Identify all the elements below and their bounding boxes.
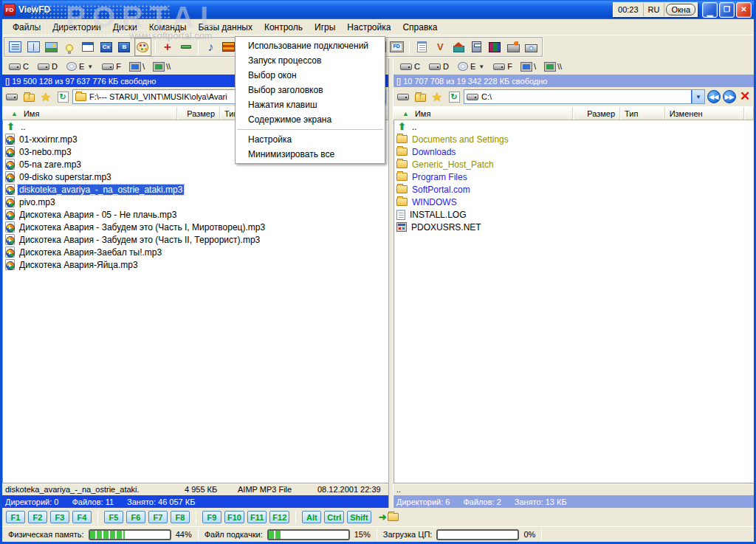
column-header-size[interactable]: Размер (573, 107, 620, 120)
list-item-selected[interactable]: diskoteka_avariya_-_na_ostrie_ataki.mp3 (3, 183, 388, 196)
column-header-changed[interactable]: Изменен (665, 107, 744, 120)
notepad-icon[interactable] (413, 38, 430, 56)
key-ctrl[interactable]: Ctrl (324, 511, 344, 523)
fkey-f12[interactable]: F12 (269, 511, 289, 523)
drive-e-button[interactable]: E▼ (63, 61, 97, 72)
list-item[interactable]: INSTALL.LOG (394, 208, 753, 221)
close-button[interactable]: ✕ (736, 2, 752, 18)
list-item[interactable]: Program Files (394, 171, 753, 183)
history-back-button[interactable]: ◀◀ (707, 90, 721, 103)
fkey-f4[interactable]: F4 (72, 511, 92, 523)
column-header-name[interactable]: ▲Имя (2, 107, 177, 120)
windows-list-button[interactable]: Окна (666, 4, 695, 16)
list-item[interactable]: PDOXUSRS.NET (394, 221, 753, 233)
root-button[interactable]: \ (126, 61, 148, 72)
menu-directories[interactable]: Директории (47, 21, 107, 34)
fkey-f1[interactable]: F1 (6, 511, 25, 523)
list-item-updir[interactable]: ⬆.. (394, 120, 753, 133)
drive-e-button[interactable]: E▼ (454, 61, 488, 72)
sound-icon[interactable]: ♪ (202, 38, 219, 56)
cd-drive-icon[interactable] (523, 38, 540, 56)
drive-f-button[interactable]: F (98, 61, 125, 72)
close-pane-icon[interactable]: ✕ (738, 90, 752, 103)
menu-item-keystrokes[interactable]: Нажатия клавиш (236, 97, 385, 112)
refresh-icon[interactable]: ↻ (447, 90, 461, 103)
folder-up-icon[interactable] (21, 90, 36, 103)
list-item[interactable]: Дискотека Авария-Яйца.mp3 (3, 258, 388, 271)
menu-item-settings[interactable]: Настройка (236, 132, 385, 147)
pane-splitter[interactable] (388, 58, 394, 508)
drive-c-button[interactable]: C (5, 61, 32, 72)
menu-control[interactable]: Контроль (258, 21, 309, 34)
list-item[interactable]: Дискотека Авария-Заебал ты!.mp3 (3, 246, 388, 258)
drive-icon[interactable] (396, 90, 410, 103)
drive-d-button[interactable]: D (425, 61, 453, 72)
list-item[interactable]: Дискотека Авария - Забудем это (Часть II… (3, 233, 388, 246)
folder-up-icon[interactable] (413, 90, 427, 103)
combo-dropdown-icon[interactable]: ▼ (692, 90, 704, 103)
column-header-size[interactable]: Размер (177, 107, 220, 120)
go-to-folder-icon[interactable]: ➜ (379, 512, 399, 523)
restore-button[interactable]: ❐ (719, 2, 735, 18)
fkey-f2[interactable]: F2 (28, 511, 47, 523)
list-item[interactable]: Generic_Host_Patch (394, 158, 753, 171)
list-item[interactable]: Дискотека Авария - Забудем это (Часть I,… (3, 221, 388, 233)
window-view-icon[interactable] (80, 38, 97, 56)
fkey-f3[interactable]: F3 (50, 511, 69, 523)
favorites-star-icon[interactable]: ★ (430, 90, 444, 103)
draw-tools-icon[interactable]: V (432, 38, 449, 56)
column-header-name[interactable]: ▲Имя (394, 107, 573, 120)
fkey-f7[interactable]: F7 (148, 511, 168, 523)
image-view-icon[interactable] (43, 38, 60, 56)
list-item[interactable]: WINDOWS (394, 196, 753, 208)
list-item[interactable]: Downloads (394, 145, 753, 158)
archive-books-icon[interactable] (487, 38, 504, 56)
calculator-icon[interactable] (468, 38, 485, 56)
fkey-f8[interactable]: F8 (171, 511, 190, 523)
remove-icon[interactable] (177, 38, 194, 56)
menu-settings[interactable]: Настройка (341, 21, 396, 34)
palette-icon[interactable] (134, 38, 151, 56)
menu-commands[interactable]: Команды (143, 21, 193, 34)
add-icon[interactable]: + (159, 38, 176, 56)
menu-games[interactable]: Игры (309, 21, 341, 34)
language-indicator[interactable]: RU (644, 3, 665, 16)
root-button[interactable]: \ (518, 61, 540, 72)
fkey-f10[interactable]: F10 (224, 511, 244, 523)
menu-disks[interactable]: Диски (107, 21, 143, 34)
menu-item-processes[interactable]: Запуск процессов (236, 53, 385, 68)
bold-font-icon[interactable]: B (116, 38, 133, 56)
history-forward-button[interactable]: ▶▶ (723, 90, 736, 103)
menu-item-windows[interactable]: Выбор окон (236, 68, 385, 83)
home-tools-icon[interactable] (450, 38, 467, 56)
codepage-icon[interactable]: Cx (97, 38, 114, 56)
list-item[interactable]: SoftPortal.com (394, 183, 753, 196)
details-view-icon[interactable] (7, 38, 24, 56)
fd-screen-icon[interactable] (389, 38, 406, 56)
cd-burner-icon[interactable] (505, 38, 522, 56)
fkey-f11[interactable]: F11 (247, 511, 267, 523)
quick-view-icon[interactable] (61, 38, 78, 56)
drive-c-button[interactable]: C (396, 61, 424, 72)
menu-item-titles[interactable]: Выбор заголовков (236, 83, 385, 97)
list-item[interactable]: 09-disko superstar.mp3 (3, 171, 388, 183)
fkey-f5[interactable]: F5 (104, 511, 123, 523)
favorites-star-icon[interactable]: ★ (38, 90, 53, 103)
minimize-button[interactable]: ▁ (702, 2, 718, 18)
fkey-f9[interactable]: F9 (202, 511, 221, 523)
fkey-f6[interactable]: F6 (126, 511, 145, 523)
refresh-icon[interactable]: ↻ (55, 90, 70, 103)
drive-icon[interactable] (4, 90, 19, 103)
menu-item-screen-content[interactable]: Содержимое экрана (236, 112, 385, 127)
menu-item-connections[interactable]: Использование подключений (236, 38, 385, 53)
network-button[interactable]: \\ (150, 61, 174, 72)
right-path-combobox[interactable]: C:\ ▼ (464, 89, 705, 104)
drive-d-button[interactable]: D (34, 61, 61, 72)
key-alt[interactable]: Alt (302, 511, 321, 523)
menu-databases[interactable]: Базы данных (192, 21, 258, 34)
menu-help[interactable]: Справка (396, 21, 443, 34)
network-button[interactable]: \\ (541, 61, 566, 72)
list-item[interactable]: pivo.mp3 (3, 196, 388, 208)
columns-view-icon[interactable] (25, 38, 42, 56)
menu-item-minimize-all[interactable]: Минимизировать все (236, 147, 385, 162)
